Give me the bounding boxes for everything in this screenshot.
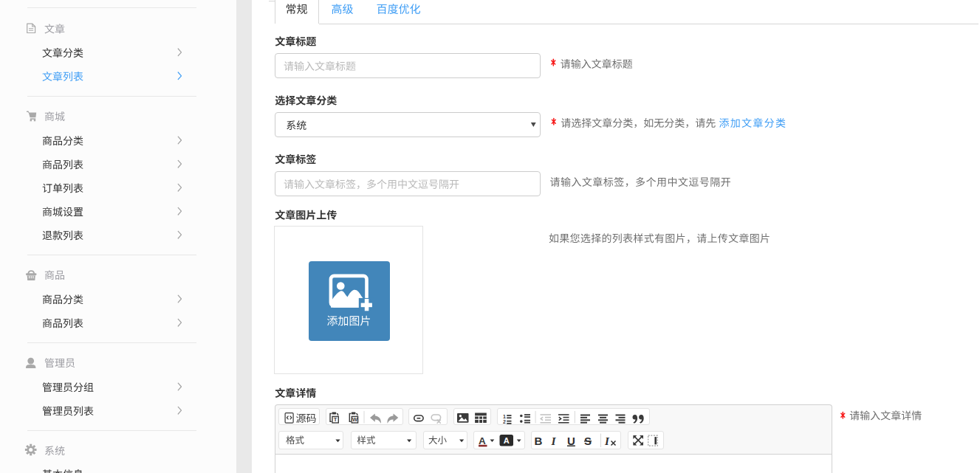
- svg-text:W: W: [352, 416, 358, 423]
- svg-text:I: I: [551, 435, 557, 447]
- svg-text:B: B: [535, 435, 543, 447]
- svg-text:T: T: [334, 416, 337, 423]
- svg-text:S: S: [584, 435, 592, 447]
- svg-text:1: 1: [503, 414, 506, 419]
- svg-text:I: I: [604, 435, 610, 447]
- svg-text:A: A: [479, 435, 486, 446]
- svg-text:2: 2: [503, 419, 506, 424]
- svg-text:A: A: [504, 436, 510, 445]
- svg-text:U: U: [567, 435, 575, 447]
